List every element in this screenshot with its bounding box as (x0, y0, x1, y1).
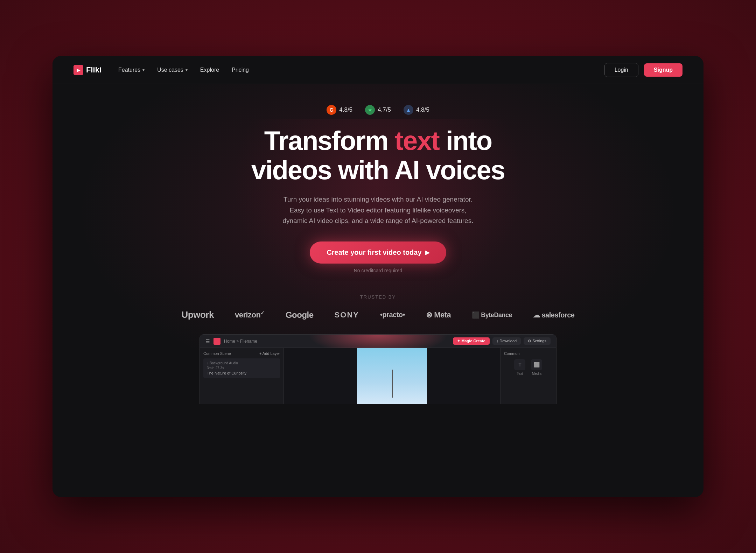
app-video-content (357, 348, 427, 404)
panel-header: Common (504, 351, 553, 356)
nav-item-usecases[interactable]: Use cases ▾ (157, 67, 188, 73)
practo-logo: •practo• (380, 311, 405, 319)
text-tool[interactable]: T Text (514, 359, 525, 376)
browser-window: ▶ Fliki Features ▾ Use cases ▾ Explore P… (52, 56, 704, 497)
hero-section: G 4.8/5 ★ 4.7/5 ▲ 4.8/5 Transform text i… (52, 84, 704, 404)
logo-icon: ▶ (74, 65, 83, 75)
no-cc-text: No creditcard required (354, 268, 402, 273)
nav-item-pricing[interactable]: Pricing (232, 67, 249, 73)
nav-item-explore[interactable]: Explore (200, 67, 219, 73)
panel-tools: T Text ⬜ Media (504, 359, 553, 376)
text-tool-label: Text (517, 372, 523, 376)
app-sidebar-header: Common Scene + Add Layer (203, 351, 280, 356)
trusted-section: TRUSTED BY Upwork verizon✓ Google SONY •… (182, 294, 575, 320)
app-bar-actions: ✦ Magic Create ↓ Download ⚙ Settings (453, 337, 551, 345)
trusted-label: TRUSTED BY (360, 294, 396, 300)
page-wrapper: ▶ Fliki Features ▾ Use cases ▾ Explore P… (0, 0, 756, 553)
nav-actions: Login Signup (604, 63, 682, 77)
login-button[interactable]: Login (604, 63, 638, 77)
ratings-row: G 4.8/5 ★ 4.7/5 ▲ 4.8/5 (327, 105, 429, 115)
app-logo-mini (214, 338, 220, 345)
salesforce-logo: ☁ salesforce (533, 311, 575, 319)
settings-button[interactable]: ⚙ Settings (524, 337, 551, 345)
app-audio-track: ♪ Background Audio 3min 27.3s The Nature… (203, 358, 280, 378)
cta-button[interactable]: Create your first video today ▶ (310, 241, 446, 264)
nav-links: Features ▾ Use cases ▾ Explore Pricing (118, 67, 604, 73)
chevron-down-icon: ▾ (186, 68, 188, 72)
app-main (284, 348, 500, 404)
hero-title-part1: Transform (264, 126, 395, 155)
capterra-icon: ★ (365, 105, 375, 115)
media-tool-icon: ⬜ (531, 359, 542, 370)
app-right-panel: Common T Text ⬜ Media (500, 348, 556, 404)
app-screenshot: ☰ Home > Filename ✦ Magic Create ↓ Downl… (200, 334, 556, 404)
google-logo: Google (286, 310, 314, 320)
hero-title-highlight: text (395, 126, 439, 155)
navbar: ▶ Fliki Features ▾ Use cases ▾ Explore P… (52, 56, 704, 84)
chevron-down-icon: ▾ (142, 68, 145, 72)
logo-text: Fliki (86, 65, 102, 75)
hero-content: G 4.8/5 ★ 4.7/5 ▲ 4.8/5 Transform text i… (182, 105, 575, 404)
media-tool[interactable]: ⬜ Media (531, 359, 542, 376)
hamburger-icon: ☰ (205, 338, 210, 344)
rating-g2: G 4.8/5 (327, 105, 352, 115)
rating-producthunt: ▲ 4.8/5 (404, 105, 429, 115)
bytedance-logo: ⬛ ByteDance (472, 311, 512, 319)
hero-title-part2: into (439, 126, 492, 155)
rating-capterra: ★ 4.7/5 (365, 105, 391, 115)
hero-title: Transform text into videos with AI voice… (251, 126, 505, 184)
nav-item-features[interactable]: Features ▾ (118, 67, 145, 73)
hero-title-line2: videos with AI voices (251, 155, 505, 185)
track-name: The Nature of Curiosity (207, 371, 276, 375)
text-tool-icon: T (514, 359, 525, 370)
verizon-logo: verizon✓ (235, 310, 265, 320)
app-content: Common Scene + Add Layer ♪ Background Au… (200, 348, 556, 404)
producthunt-icon: ▲ (404, 105, 413, 115)
app-video-preview (357, 348, 427, 404)
app-bar: ☰ Home > Filename ✦ Magic Create ↓ Downl… (200, 335, 556, 348)
upwork-logo: Upwork (182, 309, 214, 320)
signup-button[interactable]: Signup (644, 63, 682, 77)
cta-label: Create your first video today (327, 248, 421, 257)
sony-logo: SONY (335, 310, 359, 320)
app-screenshot-wrapper: ☰ Home > Filename ✦ Magic Create ↓ Downl… (182, 334, 575, 404)
cta-wrapper: Create your first video today ▶ No credi… (310, 241, 446, 273)
meta-logo: ⊗ Meta (426, 310, 451, 320)
trusted-logos: Upwork verizon✓ Google SONY •practo• ⊗ M… (182, 309, 575, 320)
app-bar-left: ☰ Home > Filename (205, 338, 449, 345)
media-tool-label: Media (532, 372, 541, 376)
play-icon: ▶ (425, 249, 429, 256)
app-breadcrumb: Home > Filename (224, 339, 257, 344)
logo[interactable]: ▶ Fliki (74, 65, 102, 75)
hero-subtitle: Turn your ideas into stunning videos wit… (280, 194, 476, 226)
track-duration: 3min 27.3s (207, 366, 276, 370)
app-sidebar: Common Scene + Add Layer ♪ Background Au… (200, 348, 284, 404)
download-button[interactable]: ↓ Download (492, 337, 521, 345)
track-label: ♪ Background Audio (207, 361, 276, 365)
tower-shape (392, 370, 393, 398)
g2-icon: G (327, 105, 336, 115)
magic-create-button[interactable]: ✦ Magic Create (453, 337, 490, 345)
